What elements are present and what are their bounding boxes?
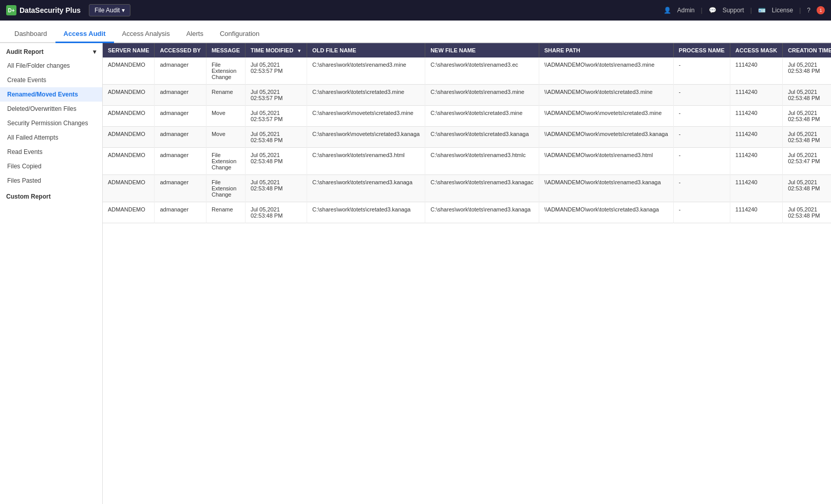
table-header-row: SERVER NAME ACCESSED BY MESSAGE TIME MOD…	[103, 43, 831, 57]
cell-share-path: \\ADMANDEMO\work\totets\cretated3.mine	[539, 85, 673, 106]
app-logo: D+ DataSecurity Plus	[6, 5, 81, 15]
cell-process-name: -	[673, 202, 730, 223]
divider3: |	[799, 7, 801, 14]
cell-creation-time: Jul 05,2021 02:53:47 PM	[783, 148, 831, 175]
cell-accessed-by: admanager	[155, 148, 206, 175]
col-access-mask: ACCESS MASK	[730, 43, 782, 57]
cell-share-path: \\ADMANDEMO\work\totets\renamed3.html	[539, 148, 673, 175]
sidebar-item-create-events[interactable]: Create Events	[0, 73, 102, 87]
table-row: ADMANDEMO admanager File Extension Chang…	[103, 57, 831, 85]
cell-old-file-name: C:\shares\work\totets\cretated3.mine	[307, 85, 425, 106]
col-message: MESSAGE	[206, 43, 245, 57]
cell-new-file-name: C:\shares\work\totets\renamed3.kanagac	[425, 175, 539, 202]
cell-share-path: \\ADMANDEMO\work\totets\renamed3.kanaga	[539, 175, 673, 202]
cell-creation-time: Jul 05,2021 02:53:48 PM	[783, 127, 831, 148]
divider1: |	[701, 7, 703, 14]
collapse-icon: ▾	[93, 48, 96, 55]
top-navbar: D+ DataSecurity Plus File Audit ▾ 👤 Admi…	[0, 0, 831, 21]
cell-process-name: -	[673, 127, 730, 148]
help-link[interactable]: ?	[807, 7, 810, 14]
cell-message: Rename	[206, 85, 245, 106]
cell-share-path: \\ADMANDEMO\work\totets\cretated3.kanaga	[539, 202, 673, 223]
cell-old-file-name: C:\shares\work\totets\cretated3.kanaga	[307, 202, 425, 223]
cell-server-name: ADMANDEMO	[103, 175, 155, 202]
sidebar-item-all-failed[interactable]: All Failed Attempts	[0, 130, 102, 145]
sidebar-item-all-file-folder[interactable]: All File/Folder changes	[0, 59, 102, 73]
cell-access-mask: 1114240	[730, 148, 782, 175]
tab-dashboard[interactable]: Dashboard	[6, 26, 55, 43]
cell-accessed-by: admanager	[155, 57, 206, 85]
logo-icon: D+	[6, 5, 16, 15]
cell-server-name: ADMANDEMO	[103, 57, 155, 85]
col-new-file-name: NEW FILE NAME	[425, 43, 539, 57]
col-creation-time: CREATION TIME	[783, 43, 831, 57]
cell-server-name: ADMANDEMO	[103, 202, 155, 223]
table-row: ADMANDEMO admanager Rename Jul 05,2021 0…	[103, 85, 831, 106]
cell-old-file-name: C:\shares\work\movetets\cretated3.kanaga	[307, 127, 425, 148]
admin-link[interactable]: Admin	[677, 7, 695, 14]
custom-report-label: Custom Report	[0, 188, 102, 202]
table-row: ADMANDEMO admanager File Extension Chang…	[103, 175, 831, 202]
sidebar-item-security-permission[interactable]: Security Permission Changes	[0, 116, 102, 130]
tab-alerts[interactable]: Alerts	[178, 26, 212, 43]
main-layout: Audit Report ▾ All File/Folder changes C…	[0, 43, 831, 504]
sidebar-item-renamed-moved[interactable]: Renamed/Moved Events	[0, 87, 102, 102]
tab-configuration[interactable]: Configuration	[212, 26, 268, 43]
cell-share-path: \\ADMANDEMO\work\totets\renamed3.mine	[539, 57, 673, 85]
cell-time-modified: Jul 05,2021 02:53:57 PM	[245, 85, 307, 106]
cell-message: Move	[206, 106, 245, 127]
cell-time-modified: Jul 05,2021 02:53:48 PM	[245, 148, 307, 175]
tab-access-analysis[interactable]: Access Analysis	[114, 26, 178, 43]
cell-accessed-by: admanager	[155, 127, 206, 148]
col-time-modified[interactable]: TIME MODIFIED ▼	[245, 43, 307, 57]
support-icon: 💬	[709, 7, 716, 14]
cell-access-mask: 1114240	[730, 175, 782, 202]
col-share-path: SHARE PATH	[539, 43, 673, 57]
cell-old-file-name: C:\shares\work\movetets\cretated3.mine	[307, 106, 425, 127]
cell-accessed-by: admanager	[155, 202, 206, 223]
col-process-name: PROCESS NAME	[673, 43, 730, 57]
cell-process-name: -	[673, 148, 730, 175]
cell-creation-time: Jul 05,2021 02:53:48 PM	[783, 175, 831, 202]
sidebar-item-read-events[interactable]: Read Events	[0, 145, 102, 159]
cell-time-modified: Jul 05,2021 02:53:57 PM	[245, 106, 307, 127]
cell-process-name: -	[673, 175, 730, 202]
support-link[interactable]: Support	[723, 7, 744, 14]
audit-report-label: Audit Report	[6, 48, 44, 55]
cell-time-modified: Jul 05,2021 02:53:57 PM	[245, 57, 307, 85]
tab-access-audit[interactable]: Access Audit	[55, 26, 114, 43]
user-icon: 👤	[664, 7, 671, 14]
cell-new-file-name: C:\shares\work\totets\renamed3.mine	[425, 85, 539, 106]
cell-message: File Extension Change	[206, 57, 245, 85]
cell-access-mask: 1114240	[730, 127, 782, 148]
cell-new-file-name: C:\shares\work\totets\renamed3.kanaga	[425, 202, 539, 223]
cell-new-file-name: C:\shares\work\totets\renamed3.ec	[425, 57, 539, 85]
navbar-left: D+ DataSecurity Plus File Audit ▾	[6, 4, 130, 16]
content-area: SERVER NAME ACCESSED BY MESSAGE TIME MOD…	[103, 43, 831, 504]
cell-message: Move	[206, 127, 245, 148]
cell-process-name: -	[673, 57, 730, 85]
cell-process-name: -	[673, 85, 730, 106]
sidebar: Audit Report ▾ All File/Folder changes C…	[0, 43, 103, 504]
cell-access-mask: 1114240	[730, 85, 782, 106]
notification-badge[interactable]: 1	[817, 6, 825, 14]
cell-accessed-by: admanager	[155, 106, 206, 127]
cell-access-mask: 1114240	[730, 202, 782, 223]
tabs-bar: Dashboard Access Audit Access Analysis A…	[0, 21, 831, 43]
sidebar-item-files-copied[interactable]: Files Copied	[0, 159, 102, 173]
audit-report-header[interactable]: Audit Report ▾	[0, 43, 102, 59]
table-row: ADMANDEMO admanager File Extension Chang…	[103, 148, 831, 175]
cell-old-file-name: C:\shares\work\totets\renamed3.html	[307, 148, 425, 175]
sidebar-item-files-pasted[interactable]: Files Pasted	[0, 173, 102, 188]
dropdown-icon: ▾	[122, 7, 125, 14]
cell-server-name: ADMANDEMO	[103, 106, 155, 127]
file-audit-button[interactable]: File Audit ▾	[89, 4, 130, 16]
sidebar-item-deleted-overwritten[interactable]: Deleted/Overwritten Files	[0, 102, 102, 116]
divider2: |	[750, 7, 752, 14]
col-accessed-by: ACCESSED BY	[155, 43, 206, 57]
cell-message: File Extension Change	[206, 148, 245, 175]
cell-accessed-by: admanager	[155, 85, 206, 106]
col-old-file-name: OLD FILE NAME	[307, 43, 425, 57]
cell-old-file-name: C:\shares\work\totets\renamed3.kanaga	[307, 175, 425, 202]
license-link[interactable]: License	[772, 7, 793, 14]
